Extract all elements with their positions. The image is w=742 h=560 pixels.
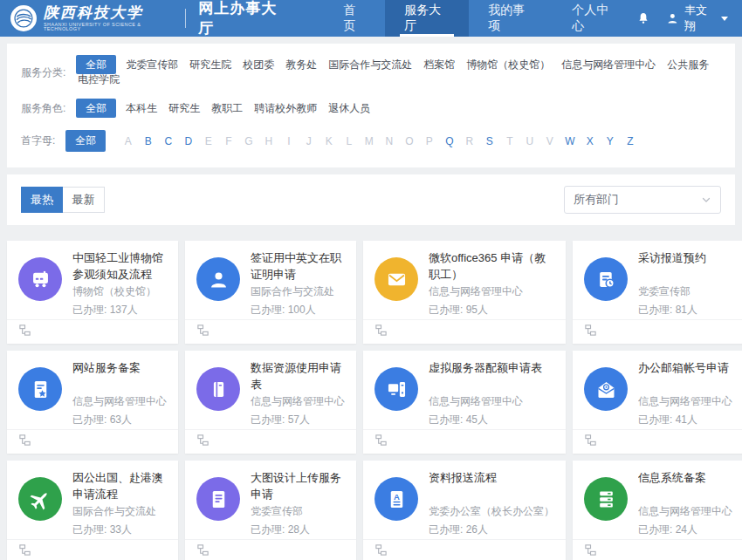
initial-letter-P[interactable]: P: [419, 135, 439, 147]
flow-icon[interactable]: [196, 543, 210, 557]
brand-divider: [185, 9, 186, 28]
service-card[interactable]: 信息系统备案信息与网络管理中心已办理: 24人: [573, 461, 742, 560]
initial-letter-M[interactable]: M: [359, 135, 379, 147]
department-dropdown[interactable]: 所有部门: [564, 186, 721, 214]
category-label: 服务分类:: [21, 65, 65, 80]
category-option[interactable]: 国际合作与交流处: [326, 55, 414, 74]
card-handled-count: 已办理: 24人: [638, 522, 732, 537]
filter-panel: 服务分类: 全部党委宣传部研究生院校团委教务处国际合作与交流处档案馆博物馆（校史…: [7, 44, 735, 167]
initial-letter-L[interactable]: L: [339, 135, 359, 147]
initial-letter-Y[interactable]: Y: [600, 135, 620, 147]
flow-icon[interactable]: [584, 543, 597, 557]
service-card[interactable]: 签证用中英文在职证明申请国际合作与交流处已办理: 100人: [185, 241, 356, 344]
card-body: 大图设计上传服务申请党委宣传部已办理: 28人: [185, 461, 356, 539]
university-logo-icon: [10, 5, 37, 31]
initial-letter-F[interactable]: F: [218, 135, 238, 147]
document-star-icon: [18, 367, 62, 411]
service-card[interactable]: 数据资源使用申请表信息与网络管理中心已办理: 57人: [185, 351, 356, 454]
card-title: 大图设计上传服务申请: [251, 469, 345, 503]
role-option[interactable]: 全部: [76, 99, 116, 118]
category-option[interactable]: 校团委: [241, 55, 276, 74]
card-body: 微软office365 申请（教职工）信息与网络管理中心已办理: 95人: [363, 241, 566, 319]
initial-letter-Z[interactable]: Z: [620, 135, 640, 147]
card-handled-count: 已办理: 26人: [429, 522, 554, 537]
university-name: 陕西科技大学: [44, 5, 173, 20]
nav-item-3[interactable]: 我的事项: [469, 0, 553, 37]
sort-button-new[interactable]: 最新: [63, 187, 105, 213]
initial-option-all[interactable]: 全部: [65, 130, 106, 152]
initial-letter-T[interactable]: T: [499, 135, 519, 147]
card-footer: [363, 319, 566, 344]
role-option[interactable]: 教职工: [210, 99, 244, 118]
initial-letter-W[interactable]: W: [560, 135, 580, 147]
initial-letter-O[interactable]: O: [399, 135, 419, 147]
initial-letter-B[interactable]: B: [138, 135, 158, 147]
initial-letter-R[interactable]: R: [459, 135, 479, 147]
flow-icon[interactable]: [18, 324, 31, 337]
initial-letter-Q[interactable]: Q: [439, 135, 459, 147]
category-option[interactable]: 信息与网络管理中心: [560, 55, 657, 74]
role-option[interactable]: 聘请校外教师: [252, 99, 319, 118]
card-handled-count: 已办理: 45人: [429, 413, 554, 427]
card-body: 签证用中英文在职证明申请国际合作与交流处已办理: 100人: [185, 241, 356, 319]
flow-icon[interactable]: [18, 543, 31, 557]
flow-icon[interactable]: [374, 434, 388, 447]
initial-letter-H[interactable]: H: [258, 135, 278, 147]
initial-letter-A[interactable]: A: [118, 135, 138, 147]
card-title: 采访报道预约: [638, 249, 732, 283]
flow-icon[interactable]: [196, 324, 210, 337]
service-card[interactable]: 因公出国、赴港澳申请流程国际合作与交流处已办理: 33人: [7, 461, 178, 560]
category-option[interactable]: 公共服务: [665, 55, 711, 74]
initial-letter-E[interactable]: E: [198, 135, 218, 147]
filter-row-initial: 首字母: 全部 ABCDEFGHIJKLMNOPQRSTUVWXYZ: [21, 123, 721, 159]
initial-letter-G[interactable]: G: [238, 135, 258, 147]
sort-button-hot[interactable]: 最热: [21, 187, 63, 213]
category-option[interactable]: 博物馆（校史馆）: [464, 55, 552, 74]
category-option[interactable]: 党委宣传部: [124, 55, 180, 74]
category-option[interactable]: 电控学院: [76, 70, 121, 89]
service-card[interactable]: 网站服务备案信息与网络管理中心已办理: 63人: [7, 351, 178, 454]
initial-letter-I[interactable]: I: [278, 135, 299, 147]
service-card[interactable]: 中国轻工业博物馆参观须知及流程博物馆（校史馆）已办理: 137人: [7, 241, 178, 344]
service-card[interactable]: 大图设计上传服务申请党委宣传部已办理: 28人: [185, 461, 356, 560]
role-option[interactable]: 研究生: [167, 99, 202, 118]
person-icon: [196, 257, 240, 301]
flow-icon[interactable]: [374, 324, 388, 337]
card-handled-count: 已办理: 100人: [251, 303, 345, 318]
flow-icon[interactable]: [196, 434, 210, 447]
user-menu[interactable]: 丰文翔: [666, 3, 728, 34]
nav-item-4[interactable]: 个人中心: [553, 0, 636, 37]
initial-letter-X[interactable]: X: [580, 135, 600, 147]
category-option[interactable]: 研究生院: [188, 55, 233, 74]
initial-letter-V[interactable]: V: [539, 135, 560, 147]
initial-letter-S[interactable]: S: [479, 135, 499, 147]
role-option[interactable]: 退休人员: [326, 99, 372, 118]
flow-icon[interactable]: [18, 434, 31, 447]
nav-item-2[interactable]: 服务大厅: [385, 0, 469, 37]
initial-letter-D[interactable]: D: [178, 135, 198, 147]
flow-icon[interactable]: [584, 434, 597, 447]
role-option[interactable]: 本科生: [124, 99, 159, 118]
flow-icon[interactable]: [374, 543, 388, 557]
category-option[interactable]: 档案馆: [422, 55, 457, 74]
card-title: 办公邮箱帐号申请: [638, 359, 732, 393]
service-card[interactable]: 微软office365 申请（教职工）信息与网络管理中心已办理: 95人: [363, 241, 566, 344]
service-card[interactable]: 采访报道预约党委宣传部已办理: 81人: [573, 241, 742, 344]
initial-letter-J[interactable]: J: [299, 135, 319, 147]
initial-letter-C[interactable]: C: [158, 135, 178, 147]
service-card[interactable]: 虚拟服务器配额申请表信息与网络管理中心已办理: 45人: [363, 351, 566, 454]
nav-item-1[interactable]: 首页: [324, 0, 385, 37]
document-a-icon: A: [374, 477, 418, 521]
card-title: 网站服务备案: [72, 359, 167, 393]
category-option[interactable]: 教务处: [284, 55, 319, 74]
university-brand: 陕西科技大学 SHAANXI UNIVERSITY OF SCIENCE & T…: [10, 0, 173, 37]
initial-letter-N[interactable]: N: [379, 135, 399, 147]
initial-letter-U[interactable]: U: [519, 135, 539, 147]
initial-letter-K[interactable]: K: [319, 135, 339, 147]
service-card[interactable]: A资料报送流程党委办公室（校长办公室）已办理: 26人: [363, 461, 566, 560]
bell-icon[interactable]: [636, 11, 650, 25]
service-card[interactable]: 办公邮箱帐号申请信息与网络管理中心已办理: 41人: [573, 351, 742, 454]
flow-icon[interactable]: [584, 324, 597, 337]
card-body: 网站服务备案信息与网络管理中心已办理: 63人: [7, 351, 178, 429]
card-handled-count: 已办理: 28人: [251, 522, 345, 537]
